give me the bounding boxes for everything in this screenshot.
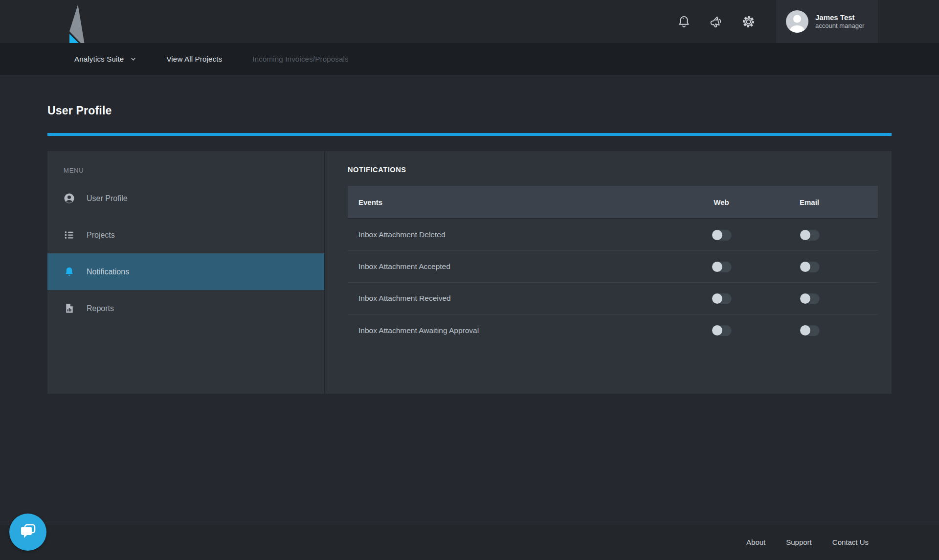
user-role: account manager [815,22,864,30]
nav-incoming-invoices-label: Incoming Invoices/Proposals [252,55,348,63]
footer-link-about[interactable]: About [746,538,765,546]
gear-icon[interactable] [741,15,756,29]
table-header-row: Events Web Email [348,186,878,219]
top-bar: James Test account manager [0,0,939,43]
nav-analytics-suite-label: Analytics Suite [74,55,124,63]
event-label: Inbox Attachment Received [358,294,702,303]
section-heading: NOTIFICATIONS [348,166,878,174]
sidebar-heading: MENU [64,167,324,174]
user-meta: James Test account manager [815,13,864,30]
user-circle-icon [64,193,75,204]
chat-bubbles-icon [18,522,38,542]
nav-view-all-projects-label: View All Projects [166,55,222,63]
list-icon [64,229,75,241]
column-header-web: Web [714,198,729,206]
bell-icon [64,266,75,277]
toggle-web[interactable] [712,229,732,241]
column-header-events: Events [358,198,702,206]
event-label: Inbox Attachment Accepted [358,262,702,271]
toggle-knob [712,293,722,304]
sidebar-menu: User Profile Projects [47,180,324,327]
sidebar-item-label: Projects [87,231,115,240]
toggle-email[interactable] [800,261,820,272]
sidebar-item-label: User Profile [87,194,128,203]
chat-widget-button[interactable] [9,514,46,551]
report-icon [64,303,75,314]
sidebar-item-label: Notifications [87,268,129,276]
toggle-knob [712,262,722,272]
app-root: James Test account manager Analytics Sui… [0,0,939,560]
notifications-section: NOTIFICATIONS Events Web Email Inbox Att… [325,151,892,394]
sidebar-item-reports[interactable]: Reports [47,290,324,327]
table-row: Inbox Attachment Awaiting Approval [348,314,878,346]
toggle-knob [712,230,722,240]
sidebar-item-label: Reports [87,304,114,313]
toggle-email[interactable] [800,325,820,336]
megaphone-icon[interactable] [709,15,723,29]
table-row: Inbox Attachment Deleted [348,219,878,251]
column-header-email: Email [800,198,819,206]
notifications-bell-icon[interactable] [677,15,691,29]
secondary-nav: Analytics Suite View All Projects Incomi… [0,43,939,75]
toggle-knob [712,325,722,336]
notifications-table: Events Web Email Inbox Attachment Delete… [348,186,878,346]
sidebar-item-notifications[interactable]: Notifications [47,253,324,290]
toggle-knob [800,293,810,304]
page-title: User Profile [47,104,892,117]
toggle-web[interactable] [712,325,732,336]
sidebar-item-user-profile[interactable]: User Profile [47,180,324,217]
toggle-knob [800,262,810,272]
user-name: James Test [815,13,864,22]
chevron-down-icon [131,56,136,62]
toggle-knob [800,325,810,336]
footer-link-contact-us[interactable]: Contact Us [832,538,869,546]
footer-link-support[interactable]: Support [786,538,812,546]
table-row: Inbox Attachment Accepted [348,251,878,283]
toggle-email[interactable] [800,229,820,241]
toggle-email[interactable] [800,293,820,304]
user-menu[interactable]: James Test account manager [776,0,878,43]
page-footer: About Support Contact Us [0,524,939,560]
sidebar-item-projects[interactable]: Projects [47,217,324,253]
user-avatar [786,10,808,33]
event-label: Inbox Attachment Deleted [358,230,702,239]
nav-analytics-suite[interactable]: Analytics Suite [74,55,136,63]
toggle-web[interactable] [712,261,732,272]
profile-card: MENU User Profile [47,151,892,394]
toggle-knob [800,230,810,240]
event-label: Inbox Attachment Awaiting Approval [358,326,702,335]
topbar-icon-group [677,0,756,43]
toggle-web[interactable] [712,293,732,304]
nav-view-all-projects[interactable]: View All Projects [166,55,222,63]
table-row: Inbox Attachment Received [348,283,878,314]
page-content: User Profile MENU User Profile [47,75,892,394]
app-logo[interactable] [67,4,87,39]
profile-sidebar: MENU User Profile [47,151,325,394]
nav-incoming-invoices: Incoming Invoices/Proposals [252,55,348,63]
accent-divider [47,133,892,136]
